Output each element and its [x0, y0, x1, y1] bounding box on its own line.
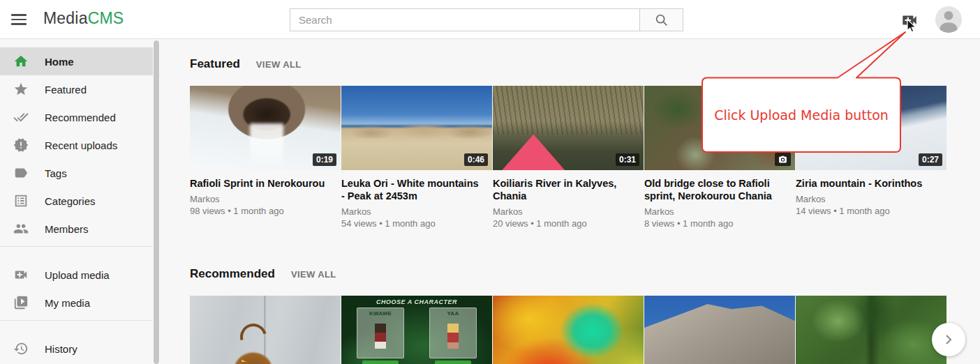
video-thumbnail[interactable]: CHOOSE A CHARACTER KWAME YAA Selected Se…	[341, 296, 492, 364]
video-card	[190, 296, 341, 364]
sidebar-item-recommended[interactable]: Recommended	[0, 103, 153, 131]
logo-text-media: Media	[43, 9, 88, 27]
user-avatar[interactable]	[935, 6, 962, 33]
video-author[interactable]: Markos	[341, 206, 492, 217]
featured-section: Featured VIEW ALL 0:19 Rafioli Sprint in…	[190, 57, 980, 229]
video-title[interactable]: Koiliaris River in Kalyves, Chania	[493, 177, 644, 202]
view-all-link[interactable]: VIEW ALL	[291, 269, 336, 280]
duration-badge: 0:19	[313, 153, 336, 166]
game-selected-button: Selected	[362, 361, 399, 364]
new-releases-icon	[13, 137, 29, 153]
video-title[interactable]: Rafioli Sprint in Nerokourou	[190, 177, 341, 190]
video-card: 0:27 Ziria mountain - Korinthos Markos 1…	[796, 86, 946, 229]
members-icon	[13, 220, 29, 237]
sidebar-item-label: My media	[45, 297, 90, 309]
search-input[interactable]	[290, 8, 640, 31]
video-thumbnail[interactable]	[493, 296, 644, 364]
search-button[interactable]	[639, 8, 683, 31]
recommended-section: Recommended VIEW ALL CHOOSE A CHARACTER …	[190, 267, 980, 364]
sidebar-item-upload-media[interactable]: Upload media	[0, 261, 153, 289]
duration-badge: 0:46	[464, 153, 488, 166]
video-meta: 14 views • 1 month ago	[796, 206, 946, 216]
categories-icon	[13, 192, 29, 209]
double-check-icon	[13, 109, 29, 126]
video-card	[644, 296, 795, 364]
tag-icon	[13, 165, 29, 181]
video-thumbnail[interactable]: 0:46	[341, 86, 492, 170]
home-icon	[13, 53, 29, 70]
camera-icon	[775, 153, 791, 166]
app-logo[interactable]: MediaCMS	[43, 9, 124, 28]
section-title: Recommended	[190, 267, 275, 281]
main-content: Featured VIEW ALL 0:19 Rafioli Sprint in…	[160, 40, 980, 364]
game-character-panel: KWAME	[357, 308, 404, 358]
video-thumbnail[interactable]	[190, 296, 341, 364]
video-card	[796, 296, 946, 364]
next-arrow-icon	[940, 331, 957, 348]
search-bar	[290, 8, 683, 31]
video-meta: 54 views • 1 month ago	[341, 218, 492, 229]
star-icon	[13, 81, 29, 98]
top-app-bar: MediaCMS	[0, 0, 980, 39]
image-meta: 8 views • 1 month ago	[644, 218, 795, 229]
video-title[interactable]: Leuka Ori - White mountains - Peak at 24…	[341, 177, 492, 202]
video-card: CHOOSE A CHARACTER KWAME YAA Selected Se…	[341, 296, 492, 364]
sidebar-item-home[interactable]: Home	[0, 47, 153, 75]
duration-badge: 0:31	[616, 153, 639, 166]
game-character-sprite	[447, 324, 459, 349]
sidebar-item-categories[interactable]: Categories	[0, 187, 153, 215]
sidebar-item-label: Tags	[45, 167, 67, 179]
video-meta: 20 views • 1 month ago	[493, 218, 644, 229]
sidebar-item-history[interactable]: History	[0, 335, 153, 363]
video-card	[493, 296, 644, 364]
image-card: Old bridge close to Rafioli sprint, Nero…	[644, 86, 795, 229]
image-thumbnail[interactable]	[644, 86, 795, 170]
hamburger-menu-icon[interactable]	[11, 12, 28, 27]
video-thumbnail[interactable]	[644, 296, 795, 364]
game-character-panel: YAA	[429, 308, 477, 358]
sidebar-item-label: Featured	[45, 84, 87, 96]
search-icon	[654, 13, 669, 28]
video-author[interactable]: Markos	[796, 194, 946, 204]
upload-media-icon	[900, 11, 919, 29]
sidebar-item-label: History	[45, 343, 77, 355]
image-title[interactable]: Old bridge close to Rafioli sprint, Nero…	[644, 177, 795, 202]
sidebar-scrollbar	[153, 40, 160, 364]
image-author[interactable]: Markos	[644, 206, 795, 217]
video-title[interactable]: Ziria mountain - Korinthos	[796, 177, 946, 190]
sidebar-scrollbar-thumb[interactable]	[154, 40, 159, 364]
upload-media-button[interactable]	[900, 10, 919, 30]
sidebar-item-tags[interactable]: Tags	[0, 159, 153, 187]
video-thumbnail[interactable]: 0:27	[796, 86, 946, 170]
sidebar-item-my-media[interactable]: My media	[0, 289, 153, 317]
sidebar-item-label: Recommended	[45, 112, 116, 123]
game-character-sprite	[375, 324, 386, 349]
sidebar-item-label: Members	[45, 223, 89, 235]
video-thumbnail[interactable]: 0:31	[493, 86, 644, 170]
game-screen-heading: CHOOSE A CHARACTER	[341, 298, 492, 305]
game-character-name: KWAME	[357, 310, 403, 317]
video-thumbnail[interactable]: 0:19	[190, 86, 341, 170]
carousel-next-button[interactable]	[932, 323, 965, 356]
view-all-link[interactable]: VIEW ALL	[256, 59, 302, 70]
video-library-icon	[13, 294, 29, 311]
sidebar-item-label: Recent uploads	[45, 139, 117, 151]
sidebar-item-label: Categories	[45, 195, 96, 207]
video-card: 0:19 Rafioli Sprint in Nerokourou Markos…	[190, 86, 341, 229]
logo-text-cms: CMS	[88, 9, 124, 27]
person-icon	[935, 6, 962, 33]
video-card: 0:46 Leuka Ori - White mountains - Peak …	[341, 86, 492, 229]
sidebar-item-label: Home	[45, 56, 74, 68]
sidebar-navigation: Home Featured Recommended Recent uploads…	[0, 40, 153, 364]
video-card: 0:31 Koiliaris River in Kalyves, Chania …	[493, 86, 644, 229]
sidebar-item-members[interactable]: Members	[0, 215, 153, 243]
sidebar-item-label: Upload media	[45, 269, 110, 281]
sidebar-item-featured[interactable]: Featured	[0, 75, 153, 103]
video-author[interactable]: Markos	[493, 206, 644, 217]
video-author[interactable]: Markos	[190, 194, 341, 204]
game-character-name: YAA	[430, 310, 476, 317]
duration-badge: 0:27	[919, 153, 942, 166]
sidebar-item-recent-uploads[interactable]: Recent uploads	[0, 131, 153, 159]
video-thumbnail[interactable]	[796, 296, 946, 364]
video-meta: 98 views • 1 month ago	[190, 206, 341, 216]
